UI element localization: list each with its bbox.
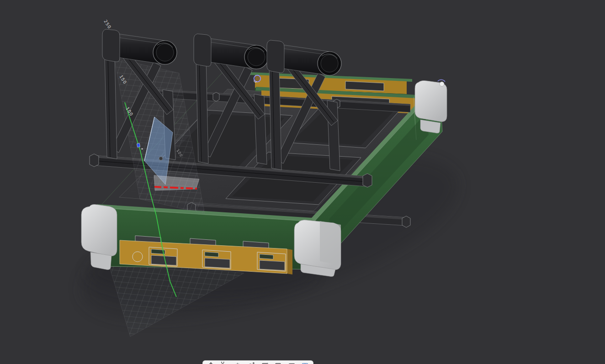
zoom-icon[interactable] (248, 362, 255, 364)
orbit-icon[interactable] (207, 362, 214, 364)
navigation-toolbar (202, 360, 313, 364)
viewports-icon[interactable] (302, 362, 308, 364)
fit-icon[interactable] (261, 362, 268, 364)
pan-icon[interactable] (234, 362, 241, 364)
joint-ring-marker[interactable] (254, 75, 260, 82)
viewport-canvas[interactable]: 250 150 100 100 (0, 0, 605, 364)
corner-cap-front[interactable] (294, 220, 341, 277)
grid-and-snaps-icon[interactable] (288, 362, 295, 364)
knob-marker (159, 157, 163, 160)
cad-application-window: 250 150 100 100 (0, 0, 605, 364)
display-settings-icon[interactable] (275, 362, 281, 364)
look-at-icon[interactable] (221, 362, 228, 364)
